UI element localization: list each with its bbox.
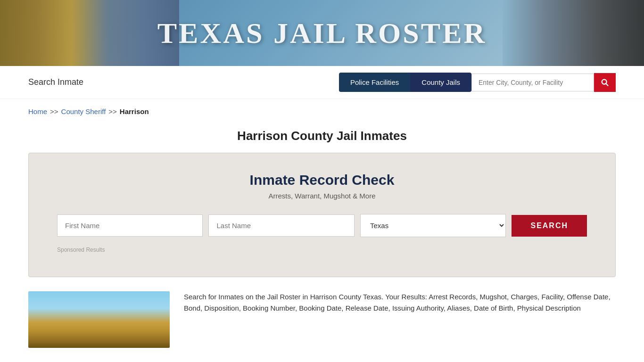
breadcrumb-current: Harrison: [120, 107, 149, 115]
svg-point-0: [602, 79, 607, 84]
search-inmate-label: Search Inmate: [28, 77, 83, 87]
state-select[interactable]: AlabamaAlaskaArizonaArkansasCaliforniaCo…: [360, 214, 506, 237]
description-text: Search for Inmates on the Jail Roster in…: [184, 291, 616, 348]
breadcrumb-sep1: >>: [50, 107, 58, 115]
police-facilities-button[interactable]: Police Facilities: [339, 73, 410, 92]
capitol-image: [0, 0, 179, 66]
record-check-subtitle: Arrests, Warrant, Mugshot & More: [57, 192, 587, 200]
nav-bar: Search Inmate Police Facilities County J…: [0, 66, 644, 99]
site-title: Texas Jail Roster: [157, 16, 487, 50]
record-check-box: Inmate Record Check Arrests, Warrant, Mu…: [28, 153, 616, 277]
breadcrumb-county-sheriff[interactable]: County Sheriff: [61, 107, 106, 115]
last-name-input[interactable]: [208, 214, 354, 237]
first-name-input[interactable]: [57, 214, 203, 237]
breadcrumb: Home >> County Sheriff >> Harrison: [0, 99, 644, 124]
svg-line-1: [606, 83, 609, 86]
county-jails-button[interactable]: County Jails: [410, 73, 471, 92]
facility-search-input[interactable]: [471, 74, 594, 91]
search-inmate-button[interactable]: SEARCH: [512, 215, 587, 237]
record-check-form: AlabamaAlaskaArizonaArkansasCaliforniaCo…: [57, 214, 587, 237]
building-image: [28, 291, 170, 348]
bottom-section: Search for Inmates on the Jail Roster in…: [0, 287, 644, 348]
breadcrumb-sep2: >>: [108, 107, 117, 115]
sponsored-results: Sponsored Results: [57, 247, 587, 253]
search-icon: [601, 78, 609, 87]
page-title: Harrison County Jail Inmates: [0, 124, 644, 153]
header-banner: Texas Jail Roster: [0, 0, 644, 66]
breadcrumb-home[interactable]: Home: [28, 107, 47, 115]
nav-right: Police Facilities County Jails: [339, 73, 616, 92]
record-check-title: Inmate Record Check: [57, 172, 587, 188]
facility-search-button[interactable]: [594, 73, 616, 92]
keys-image: [503, 0, 644, 66]
